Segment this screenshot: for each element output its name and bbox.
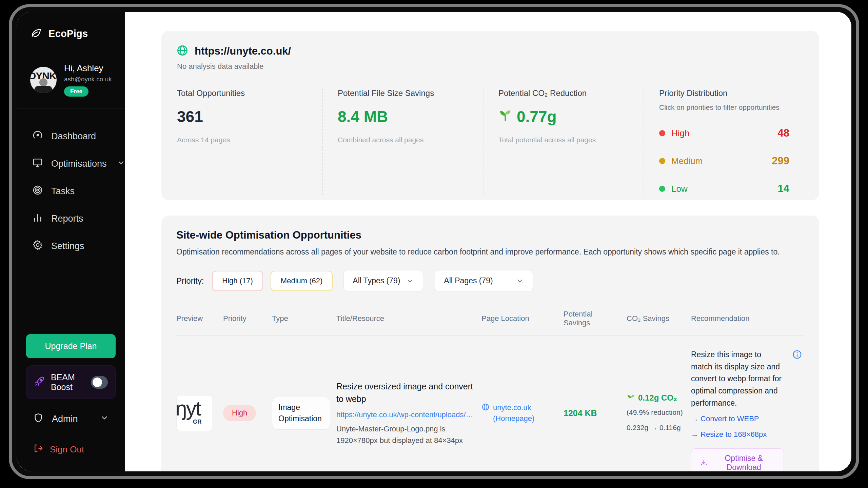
opportunities-card: Site-wide Optimisation Opportunities Opt… xyxy=(161,216,819,471)
page-location-link[interactable]: unyte.co.uk (Homepage) xyxy=(481,402,557,424)
shield-icon xyxy=(33,412,44,426)
table-row: ŋyt GR High Image Optimisation Resize ov… xyxy=(176,336,804,471)
info-icon[interactable] xyxy=(792,349,802,363)
chevron-down-icon xyxy=(100,413,109,425)
sidebar-item-label: Dashboard xyxy=(51,131,96,142)
high-count: 48 xyxy=(778,127,789,139)
bar-chart-icon xyxy=(32,212,43,225)
stat-file-size-savings: Potential File Size Savings 8.4 MB Combi… xyxy=(322,88,483,195)
stat-value: 0.77g xyxy=(517,107,557,126)
priority-filter-high[interactable]: High 48 xyxy=(659,127,789,139)
sidebar: EcoPigs OYNK Hi, Ashley ash@oynk.co.uk F… xyxy=(17,12,125,471)
download-icon xyxy=(700,459,707,467)
chevron-down-icon xyxy=(406,277,414,285)
chevron-down-icon xyxy=(516,277,524,285)
sidebar-item-tasks[interactable]: Tasks xyxy=(17,178,125,205)
medium-dot-icon xyxy=(659,158,665,164)
low-dot-icon xyxy=(659,186,665,192)
sidebar-item-label: Settings xyxy=(51,241,84,251)
table-header: Preview Priority Type Title/Resource Pag… xyxy=(176,306,804,336)
sidebar-item-label: Reports xyxy=(51,214,83,224)
page-title: Site-wide Optimisation Opportunities xyxy=(176,229,804,241)
seedling-icon xyxy=(498,107,512,126)
type-badge: Image Optimisation xyxy=(272,397,330,430)
avatar: OYNK xyxy=(30,67,57,93)
brand-name: EcoPigs xyxy=(48,28,88,39)
optimise-download-button[interactable]: Optimise & Download xyxy=(691,448,784,471)
logout-icon xyxy=(33,443,43,456)
sidebar-item-optimisations[interactable]: Optimisations xyxy=(17,150,125,178)
device-frame: EcoPigs OYNK Hi, Ashley ash@oynk.co.uk F… xyxy=(9,4,859,479)
upgrade-plan-button[interactable]: Upgrade Plan xyxy=(26,334,116,358)
stat-value: 361 xyxy=(177,107,307,126)
gauge-icon xyxy=(32,130,43,143)
image-preview: ŋyt GR xyxy=(176,395,212,431)
brand: EcoPigs xyxy=(17,12,125,52)
leaf-icon xyxy=(30,27,42,40)
resource-link[interactable]: https://unyte.co.uk/wp-content/uploads/2… xyxy=(336,410,475,419)
high-dot-icon xyxy=(659,130,665,136)
globe-icon xyxy=(481,403,490,411)
medium-count: 299 xyxy=(772,155,789,167)
recommendation-cell: Resize this image to match its display s… xyxy=(691,349,804,471)
globe-icon xyxy=(176,44,189,58)
resource-title: Resize oversized image and convert to we… xyxy=(336,380,475,406)
rocket-icon xyxy=(34,376,45,388)
app-window: EcoPigs OYNK Hi, Ashley ash@oynk.co.uk F… xyxy=(17,12,851,471)
chevron-down-icon xyxy=(117,159,125,169)
potential-savings: 1204 KB xyxy=(564,408,620,418)
stat-value: 8.4 MB xyxy=(338,107,468,126)
resource-meta: Unyte-Master-Group-Logo.png is 1920×780p… xyxy=(336,423,475,446)
target-icon xyxy=(32,185,43,198)
type-filter-dropdown[interactable]: All Types (79) xyxy=(343,270,423,291)
seedling-icon xyxy=(627,393,635,402)
user-card: OYNK Hi, Ashley ash@oynk.co.uk Free xyxy=(17,52,125,108)
sidebar-item-settings[interactable]: Settings xyxy=(17,232,125,260)
co2-savings: 0.12g CO₂ xyxy=(627,393,685,403)
beam-boost-toggle[interactable] xyxy=(91,376,108,389)
gear-icon xyxy=(32,240,43,253)
filter-chip-high[interactable]: High (17) xyxy=(212,271,263,291)
priority-badge: High xyxy=(223,405,256,421)
nav: Dashboard Optimisations xyxy=(17,108,125,260)
site-summary-card: https://unyte.co.uk/ No analysis data av… xyxy=(161,31,819,200)
sign-out-button[interactable]: Sign Out xyxy=(26,428,116,459)
stat-co2-reduction: Potential CO₂ Reduction 0.77g Total pote… xyxy=(483,88,644,195)
stat-total-opportunities: Total Opportunities 361 Across 14 pages xyxy=(176,88,322,195)
sidebar-item-label: Optimisations xyxy=(51,159,107,169)
site-url: https://unyte.co.uk/ xyxy=(195,45,291,57)
sign-out-label: Sign Out xyxy=(50,444,84,455)
convert-webp-link[interactable]: → Convert to WEBP xyxy=(691,413,784,425)
plan-badge: Free xyxy=(64,86,88,97)
priority-distribution: Priority Distribution Click on prioritie… xyxy=(644,88,804,195)
filters-label: Priority: xyxy=(176,276,204,286)
resize-link[interactable]: → Resize to 168×68px xyxy=(691,429,784,440)
sidebar-item-dashboard[interactable]: Dashboard xyxy=(17,123,125,150)
priority-filter-low[interactable]: Low 14 xyxy=(659,183,789,195)
sidebar-item-label: Admin xyxy=(52,414,78,424)
beam-boost-label: BEAM Boost xyxy=(51,372,85,392)
main-content: https://unyte.co.uk/ No analysis data av… xyxy=(125,12,851,471)
sidebar-item-reports[interactable]: Reports xyxy=(17,205,125,232)
recommendation-text: Resize this image to match its display s… xyxy=(691,349,784,409)
filter-chip-medium[interactable]: Medium (62) xyxy=(271,271,333,291)
analysis-status: No analysis data available xyxy=(177,62,804,71)
beam-boost-card: BEAM Boost xyxy=(26,366,116,399)
opportunities-table: Preview Priority Type Title/Resource Pag… xyxy=(176,306,804,471)
page-filter-dropdown[interactable]: All Pages (79) xyxy=(435,270,533,291)
sidebar-item-admin[interactable]: Admin xyxy=(26,399,116,428)
priority-filter-medium[interactable]: Medium 299 xyxy=(659,155,789,167)
user-greeting: Hi, Ashley xyxy=(64,63,112,74)
monitor-icon xyxy=(32,157,43,170)
low-count: 14 xyxy=(778,183,789,195)
sidebar-item-label: Tasks xyxy=(51,186,75,197)
user-email: ash@oynk.co.uk xyxy=(64,76,112,83)
section-description: Optimisation recommendations across all … xyxy=(176,247,804,257)
filters-bar: Priority: High (17) Medium (62) All Type… xyxy=(176,270,804,291)
